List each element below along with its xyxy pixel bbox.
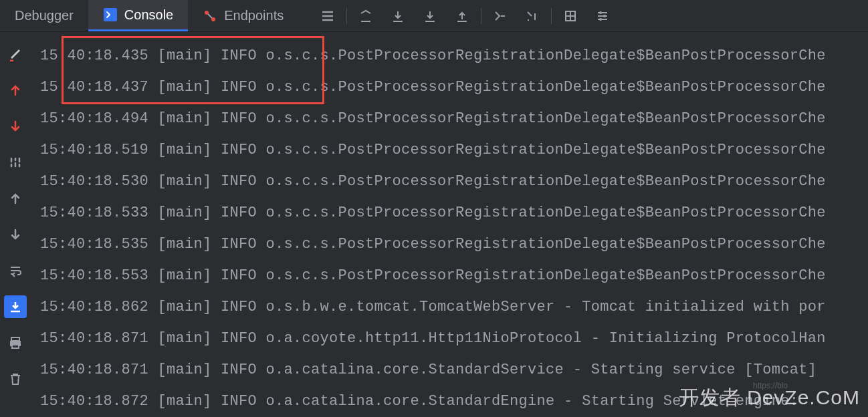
- log-line: 15:40:18.530 [main] INFO o.s.c.s.PostPro…: [40, 166, 868, 197]
- log-line: 15:40:18.871 [main] INFO o.a.coyote.http…: [40, 323, 868, 354]
- wrap-icon[interactable]: [4, 259, 27, 282]
- download-icon-1[interactable]: [382, 0, 414, 32]
- log-line: 15:40:18.533 [main] INFO o.s.c.s.PostPro…: [40, 197, 868, 229]
- svg-rect-7: [11, 337, 19, 341]
- toolbar-right: [298, 0, 619, 32]
- stack-icon[interactable]: [4, 151, 27, 174]
- log-line: 15:40:18.535 [main] INFO o.s.c.s.PostPro…: [40, 229, 868, 260]
- arrow-up-icon[interactable]: [4, 79, 27, 102]
- download-icon-2[interactable]: [414, 0, 446, 32]
- tabs-bar: Debugger Console Endpoints: [0, 0, 868, 32]
- svg-point-6: [599, 18, 602, 21]
- separator: [346, 8, 347, 24]
- grid-icon[interactable]: [554, 0, 586, 32]
- log-line: 15:40:18.553 [main] INFO o.s.c.s.PostPro…: [40, 260, 868, 291]
- log-line: 15:40:18.872 [main] INFO o.a.catalina.co…: [40, 386, 868, 417]
- endpoints-icon: [203, 9, 217, 23]
- tab-endpoints[interactable]: Endpoints: [188, 0, 298, 31]
- arrow-down-icon[interactable]: [4, 115, 27, 138]
- tab-console[interactable]: Console: [88, 0, 188, 31]
- log-line: 15:40:18.435 [main] INFO o.s.c.s.PostPro…: [40, 40, 868, 72]
- tab-debugger-label: Debugger: [15, 8, 74, 23]
- log-line: 15:40:18.862 [main] INFO o.s.b.w.e.tomca…: [40, 291, 868, 323]
- scroll-to-end-icon[interactable]: [4, 295, 27, 318]
- print-icon[interactable]: [4, 331, 27, 354]
- down-icon[interactable]: [4, 223, 27, 246]
- svg-point-4: [599, 11, 602, 14]
- step-over-icon[interactable]: [484, 0, 516, 32]
- separator: [551, 8, 552, 24]
- svg-rect-9: [12, 345, 19, 348]
- tab-endpoints-label: Endpoints: [224, 8, 284, 23]
- main-area: 15:40:18.435 [main] INFO o.s.c.s.PostPro…: [0, 32, 868, 417]
- log-line: 15:40:18.494 [main] INFO o.s.c.s.PostPro…: [40, 103, 868, 134]
- console-output[interactable]: 15:40:18.435 [main] INFO o.s.c.s.PostPro…: [31, 32, 868, 417]
- edit-icon[interactable]: [4, 43, 27, 65]
- log-line: 15:40:18.871 [main] INFO o.a.catalina.co…: [40, 354, 868, 386]
- svg-point-5: [603, 15, 606, 17]
- upload-icon[interactable]: [446, 0, 478, 32]
- tab-console-label: Console: [124, 7, 173, 23]
- log-line: 15:40:18.519 [main] INFO o.s.c.s.PostPro…: [40, 134, 868, 166]
- left-toolbar: [0, 32, 31, 417]
- settings-icon[interactable]: [586, 0, 619, 32]
- up-icon[interactable]: [4, 187, 27, 210]
- separator: [481, 8, 481, 24]
- watermark-url: https://blo: [753, 381, 788, 390]
- console-icon: [103, 7, 118, 22]
- lines-icon[interactable]: [312, 0, 344, 32]
- tab-debugger[interactable]: Debugger: [0, 0, 88, 31]
- step-into-icon[interactable]: [516, 0, 548, 32]
- log-line: 15:40:18.437 [main] INFO o.s.c.s.PostPro…: [40, 72, 868, 103]
- export-up-icon[interactable]: [350, 0, 382, 32]
- trash-icon[interactable]: [4, 368, 27, 390]
